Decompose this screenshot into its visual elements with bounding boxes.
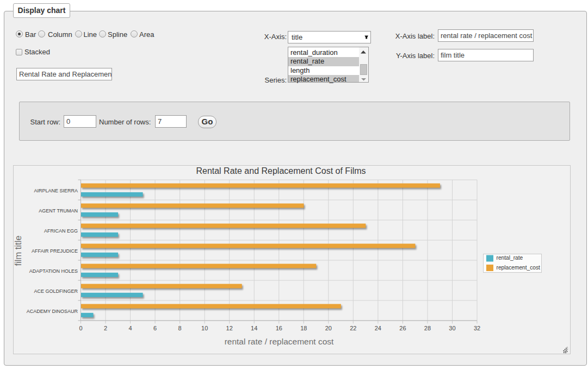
svg-text:10: 10: [201, 325, 208, 331]
svg-text:rental_rate: rental_rate: [497, 255, 523, 261]
svg-text:22: 22: [350, 325, 356, 331]
svg-text:14: 14: [251, 325, 257, 331]
svg-text:4: 4: [128, 325, 132, 331]
svg-text:18: 18: [300, 325, 307, 331]
svg-text:AGENT TRUMAN: AGENT TRUMAN: [39, 208, 78, 214]
svg-text:replacement_cost: replacement_cost: [497, 265, 541, 271]
svg-text:AFFAIR PREJUDICE: AFFAIR PREJUDICE: [32, 248, 78, 254]
svg-text:32: 32: [474, 325, 480, 331]
svg-text:ACADEMY DINOSAUR: ACADEMY DINOSAUR: [27, 309, 78, 314]
svg-text:2: 2: [104, 325, 107, 331]
svg-text:30: 30: [449, 325, 455, 331]
svg-text:AFRICAN EGG: AFRICAN EGG: [44, 228, 78, 234]
svg-text:6: 6: [153, 325, 157, 331]
svg-text:8: 8: [178, 325, 182, 331]
svg-text:16: 16: [276, 325, 282, 331]
svg-text:rental rate / replacement cost: rental rate / replacement cost: [225, 337, 334, 346]
svg-text:28: 28: [424, 325, 431, 331]
svg-text:film title: film title: [14, 236, 23, 266]
svg-text:12: 12: [226, 325, 233, 331]
svg-text:Rental Rate and Replacement Co: Rental Rate and Replacement Cost of Film…: [196, 166, 366, 175]
svg-text:24: 24: [375, 325, 381, 331]
svg-text:AIRPLANE SIERRA: AIRPLANE SIERRA: [34, 188, 78, 193]
svg-text:26: 26: [399, 325, 406, 331]
svg-text:0: 0: [79, 325, 82, 331]
svg-text:20: 20: [325, 325, 332, 331]
svg-text:ADAPTATION HOLES: ADAPTATION HOLES: [29, 268, 78, 274]
svg-text:ACE GOLDFINGER: ACE GOLDFINGER: [34, 289, 78, 294]
